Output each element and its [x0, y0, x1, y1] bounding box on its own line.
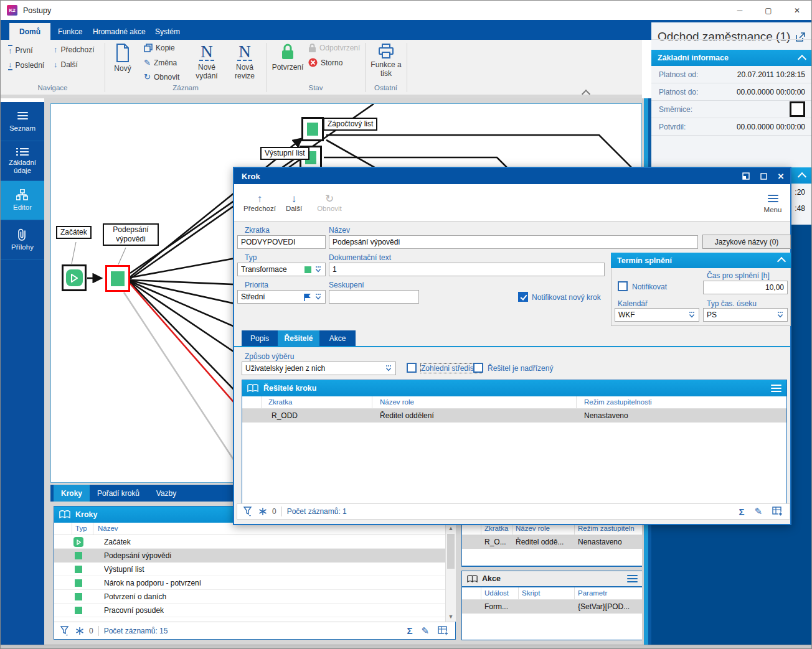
refresh-button[interactable]: ↻Obnovit	[144, 72, 179, 82]
dialog-tab-akce[interactable]: Akce	[319, 330, 356, 346]
column-nazev-role[interactable]: Název role	[516, 525, 550, 532]
book-icon	[247, 384, 258, 393]
column-udalost[interactable]: Událost	[484, 589, 509, 597]
resolver-row[interactable]: R_ODD Ředitel oddělení Nenastaveno	[242, 409, 786, 423]
section-zakladni-informace[interactable]: Základní informace	[651, 50, 811, 66]
zpusob-vyberu-combo[interactable]: Uživatelsky jeden z nich	[242, 362, 396, 375]
scroll-thumb[interactable]	[447, 534, 455, 569]
edit-icon[interactable]: ✎	[421, 625, 429, 637]
close-button[interactable]: ✕	[783, 1, 811, 20]
zkratka-input[interactable]: PODVYPOVEDI	[237, 235, 326, 249]
first-button[interactable]: ↑První	[8, 45, 33, 55]
grid-menu-icon[interactable]	[627, 573, 638, 584]
notify-new-step-checkbox[interactable]	[518, 292, 528, 302]
new-issue-button[interactable]: N Nové vydání	[191, 44, 223, 80]
resitel-nadrizeny-checkbox[interactable]	[473, 363, 483, 373]
column-rezim[interactable]: Režim zastupitelnosti	[584, 398, 652, 406]
sidebar-item-seznam[interactable]: Seznam	[1, 102, 44, 141]
collapse-icon[interactable]	[798, 172, 806, 180]
collapse-icon[interactable]	[798, 54, 806, 63]
sidebar-item-prilohy[interactable]: Přílohy	[1, 220, 44, 260]
snowflake-icon[interactable]	[75, 627, 84, 635]
storno-button[interactable]: Storno	[308, 58, 342, 67]
column-parametr[interactable]: Parametr	[578, 589, 607, 597]
field-label: Potvrdil:	[659, 123, 737, 131]
zohledni-stredisko-checkbox[interactable]	[407, 363, 417, 373]
dialog-next-button[interactable]: ↓ Další	[281, 188, 306, 218]
step-row[interactable]: Potvrzení o daních	[54, 590, 445, 604]
node-podepsani-selected[interactable]	[105, 265, 130, 292]
step-row[interactable]: Nárok na podporu - potvrzení	[54, 576, 445, 590]
grid-menu-icon[interactable]	[771, 383, 781, 394]
dialog-tab-popis[interactable]: Popis	[242, 330, 278, 346]
tab-poradi-kroku[interactable]: Pořadí kroků	[90, 485, 147, 502]
next-button[interactable]: ↓Další	[54, 60, 78, 69]
column-rezim[interactable]: Režim zastupiteln	[578, 525, 635, 532]
tab-domu[interactable]: Domů	[9, 23, 50, 40]
step-row[interactable]: Začátek	[54, 535, 445, 549]
typ-useku-combo[interactable]: PS	[703, 308, 788, 322]
seskupeni-input[interactable]	[329, 290, 419, 304]
column-nazev[interactable]: Název	[98, 525, 118, 532]
dialog-titlebar[interactable]: Krok ✕	[234, 168, 790, 184]
dialog-tab-resitele[interactable]: Řešitelé	[278, 330, 319, 346]
change-button[interactable]: ✎Změna	[144, 58, 177, 67]
filter-icon[interactable]	[243, 507, 253, 516]
confirm-label: Potvrzení	[272, 63, 304, 72]
language-names-button[interactable]: Jazykové názvy (0)	[702, 235, 791, 249]
kalendar-combo[interactable]: WKF	[615, 308, 699, 322]
snowflake-icon[interactable]	[258, 507, 267, 516]
unconfirm-button[interactable]: Odpotvrzení	[308, 44, 360, 52]
sidebar-item-editor[interactable]: Editor	[1, 181, 44, 220]
column-nazev-role[interactable]: Název role	[380, 398, 414, 406]
last-button[interactable]: ↓Poslední	[8, 60, 44, 70]
step-row[interactable]: Pracovní posudek	[54, 604, 445, 617]
copy-button[interactable]: Kopie	[144, 44, 175, 52]
sum-icon[interactable]: Σ	[739, 507, 744, 517]
confirm-button[interactable]: Potvrzení	[270, 44, 305, 72]
typ-combo[interactable]: Transformace	[237, 263, 326, 276]
minimize-button[interactable]: ─	[725, 1, 754, 20]
dock-icon[interactable]	[740, 170, 752, 182]
dialog-maximize-icon[interactable]	[758, 170, 769, 182]
filter-icon[interactable]	[60, 626, 70, 636]
scroll-down-icon[interactable]: ▼	[446, 611, 456, 622]
dialog-refresh-button[interactable]: ↻ Obnovit	[313, 188, 346, 218]
new-button[interactable]: Nový	[108, 44, 138, 73]
step-row-selected[interactable]: Podepsání výpovědi	[54, 549, 445, 563]
column-zkratka[interactable]: Zkratka	[268, 398, 292, 406]
column-skript[interactable]: Skript	[522, 589, 540, 597]
dialog-prev-button[interactable]: ↑ Předchozí	[243, 188, 276, 218]
add-record-icon[interactable]	[438, 626, 449, 636]
edit-icon[interactable]: ✎	[754, 506, 762, 517]
steps-scrollbar[interactable]: ▲ ▼	[445, 523, 456, 622]
priorita-combo[interactable]: Střední	[237, 290, 326, 304]
dialog-menu-button[interactable]: Menu	[756, 188, 790, 218]
step-row[interactable]: Výstupní list	[54, 563, 445, 576]
resolver-row[interactable]: R_O... Ředitel oddě... Nenastaveno	[462, 535, 643, 549]
step-name: Výstupní list	[104, 565, 144, 574]
node-start[interactable]	[62, 264, 87, 291]
new-revision-button[interactable]: N Nová revize	[229, 44, 261, 80]
sum-icon[interactable]: Σ	[407, 625, 412, 636]
dialog-close-icon[interactable]: ✕	[775, 170, 786, 182]
tab-vazby[interactable]: Vazby	[147, 485, 186, 502]
dokumentacni-text-input[interactable]: 1	[329, 263, 605, 276]
prev-button[interactable]: ↑Předchozí	[54, 45, 95, 54]
smernice-checkbox[interactable]	[790, 101, 805, 117]
collapse-icon[interactable]	[777, 257, 786, 266]
sidebar-item-zakladni-udaje[interactable]: Základní údaje	[1, 141, 44, 181]
func-print-button[interactable]: Funkce a tisk	[368, 44, 404, 78]
tab-kroky[interactable]: Kroky	[54, 485, 90, 502]
nazev-input[interactable]: Podepsání výpovědi	[329, 235, 698, 249]
node-zapoctovy-list[interactable]	[301, 117, 324, 141]
column-zkratka[interactable]: Zkratka	[484, 525, 508, 532]
notifikovat-checkbox[interactable]	[618, 281, 628, 291]
cas-pro-splneni-input[interactable]: 10,00	[703, 281, 788, 294]
tab-system[interactable]: Systém	[145, 23, 190, 40]
add-record-icon[interactable]	[772, 507, 783, 516]
akce-row[interactable]: Form... {SetVar}[POD...	[462, 600, 643, 614]
maximize-button[interactable]: ▢	[754, 1, 783, 20]
termin-splneni-header[interactable]: Termín splnění	[611, 253, 791, 268]
column-typ[interactable]: Typ	[75, 525, 87, 532]
